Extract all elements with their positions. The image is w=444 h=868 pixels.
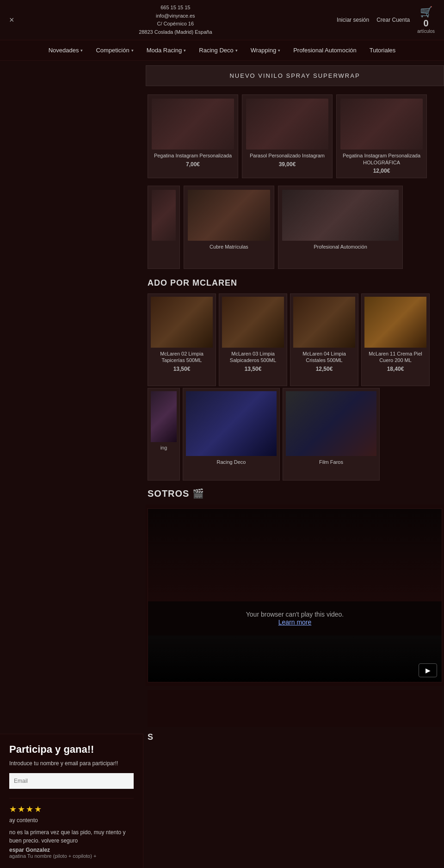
- product-card[interactable]: Profesional Automoción: [278, 186, 403, 269]
- contact-info: 665 15 15 15 info@vinyrace.es C/ Copérni…: [139, 4, 212, 36]
- product-price: 7,00€: [186, 161, 200, 168]
- mclaren-card[interactable]: Racing Deco: [183, 388, 280, 481]
- video-message: Your browser can't play this video.: [246, 611, 344, 618]
- review-product: agatina Tu nombre (piloto + copiloto) +: [9, 853, 134, 859]
- register-link[interactable]: Crear Cuenta: [376, 17, 410, 23]
- product-name: McLaren 04 Limpia Cristales 500ML: [293, 350, 355, 364]
- main-content: NUEVO VINILO SPRAY SUPERWRAP Pegatina In…: [146, 65, 444, 749]
- nav-item-profesional[interactable]: Profesional Automoción: [287, 40, 363, 60]
- newsletter-panel: Participa y gana!! Introduce tu nombre y…: [0, 734, 143, 868]
- video-box: Your browser can't play this video. Lear…: [148, 508, 442, 682]
- chevron-down-icon: ▾: [184, 48, 186, 53]
- nosotros-heading: SOTROS 🎬: [146, 482, 444, 505]
- product-name: Film Faros: [319, 459, 343, 465]
- reviews-banner: [148, 690, 442, 727]
- login-link[interactable]: Iniciar sesión: [337, 17, 369, 23]
- product-name: ing: [160, 445, 167, 450]
- city: 28823 Coslada (Madrid) España: [139, 28, 212, 37]
- top-actions: Iniciar sesión Crear Cuenta 🛒 0 artículo…: [337, 6, 435, 34]
- product-image: [340, 99, 423, 150]
- product-name: McLaren 11 Crema Piel Cuero 200 ML: [364, 350, 426, 364]
- reviews-heading: S: [148, 731, 442, 746]
- mclaren-grid-row2: ing Racing Deco Film Faros: [146, 388, 444, 482]
- product-image: [222, 297, 284, 348]
- newsletter-description: Introduce tu nombre y email para partici…: [9, 759, 134, 768]
- review-stars: ★★★★: [9, 804, 134, 814]
- review-text: no es la primera vez que las pido, muy n…: [9, 826, 134, 847]
- mclaren-card-partial[interactable]: ing: [148, 388, 180, 481]
- product-price: 13,50€: [245, 366, 262, 372]
- product-price: 18,40€: [387, 366, 404, 372]
- cart-count: 0: [424, 18, 429, 29]
- cart-area[interactable]: 🛒 0 artículos: [417, 6, 435, 34]
- product-name: Pegatina Instagram Personalizada HOLOGRÁ…: [340, 152, 423, 166]
- play-button[interactable]: ▶: [419, 663, 437, 677]
- address: C/ Copérnico 16: [139, 20, 212, 28]
- newsletter-title: Participa y gana!!: [9, 743, 134, 756]
- nav-item-racing-deco[interactable]: Racing Deco ▾: [192, 40, 244, 60]
- main-nav: Novedades ▾ Competición ▾ Moda Racing ▾ …: [0, 40, 444, 61]
- product-card[interactable]: Cubre Matrículas: [184, 186, 274, 269]
- top-bar: × 665 15 15 15 info@vinyrace.es C/ Copér…: [0, 0, 444, 40]
- product-name: Pegatina Instagram Personalizada: [154, 152, 232, 159]
- product-price: 39,00€: [279, 161, 296, 168]
- product-price: 12,50€: [316, 366, 333, 372]
- product-name: McLaren 03 Limpia Salpicaderos 500ML: [222, 350, 284, 364]
- mclaren-card[interactable]: Film Faros: [283, 388, 380, 481]
- product-image: [152, 190, 176, 241]
- product-card[interactable]: Parasol Personalizado Instagram 39,00€: [242, 94, 333, 178]
- product-image: [188, 190, 270, 241]
- chevron-down-icon: ▾: [131, 48, 134, 53]
- nav-item-wrapping[interactable]: Wrapping ▾: [244, 40, 287, 60]
- mclaren-grid-row1: McLaren 02 Limpia Tapicerías 500ML 13,50…: [146, 292, 444, 388]
- product-image: [364, 297, 426, 348]
- product-image: [152, 99, 234, 150]
- product-price: 12,00€: [373, 168, 390, 174]
- product-image: [282, 190, 399, 241]
- product-card[interactable]: Pegatina Instagram Personalizada HOLOGRÁ…: [336, 94, 427, 178]
- video-section: Your browser can't play this video. Lear…: [146, 505, 444, 686]
- product-name: Profesional Automoción: [314, 244, 367, 250]
- nav-item-competicion[interactable]: Competición ▾: [89, 40, 140, 60]
- close-button[interactable]: ×: [9, 15, 14, 25]
- product-image: [293, 297, 355, 348]
- product-price: 13,50€: [173, 366, 191, 372]
- product-image: [151, 297, 213, 348]
- chevron-down-icon: ▾: [278, 48, 280, 53]
- product-image: [151, 391, 177, 442]
- promo-banner: NUEVO VINILO SPRAY SUPERWRAP: [146, 65, 444, 86]
- product-image: [186, 391, 277, 456]
- product-card-partial[interactable]: [148, 186, 180, 269]
- nav-item-moda-racing[interactable]: Moda Racing ▾: [140, 40, 193, 60]
- product-name: Racing Deco: [217, 459, 246, 465]
- product-image: [246, 99, 328, 150]
- review-comment-label: ay contento: [9, 814, 134, 826]
- chevron-down-icon: ▾: [80, 48, 83, 53]
- mclaren-card[interactable]: McLaren 04 Limpia Cristales 500ML 12,50€: [290, 293, 358, 386]
- product-name: McLaren 02 Limpia Tapicerías 500ML: [151, 350, 213, 364]
- section-mclaren-heading: ADO POR MCLAREN: [146, 273, 444, 292]
- nav-item-novedades[interactable]: Novedades ▾: [42, 40, 90, 60]
- product-name: Cubre Matrículas: [210, 244, 248, 250]
- mclaren-card[interactable]: McLaren 03 Limpia Salpicaderos 500ML 13,…: [219, 293, 287, 386]
- mclaren-card[interactable]: McLaren 02 Limpia Tapicerías 500ML 13,50…: [148, 293, 216, 386]
- product-image: [286, 391, 376, 456]
- email-input[interactable]: [9, 773, 134, 789]
- product-name: Parasol Personalizado Instagram: [250, 152, 325, 159]
- mclaren-card[interactable]: McLaren 11 Crema Piel Cuero 200 ML 18,40…: [361, 293, 430, 386]
- nav-item-tutoriales[interactable]: Tutoriales: [363, 40, 402, 60]
- phone: 665 15 15 15: [139, 4, 212, 12]
- email: info@vinyrace.es: [139, 12, 212, 20]
- product-card[interactable]: Pegatina Instagram Personalizada 7,00€: [148, 94, 238, 178]
- product-grid-row1: Pegatina Instagram Personalizada 7,00€ P…: [146, 91, 444, 182]
- reviewer-name: espar Gonzalez: [9, 847, 134, 853]
- chevron-down-icon: ▾: [235, 48, 238, 53]
- cart-label: artículos: [417, 29, 435, 34]
- reviews-section: S: [146, 686, 444, 749]
- learn-more-link[interactable]: Learn more: [278, 618, 312, 626]
- product-grid-row2: Cubre Matrículas Profesional Automoción: [146, 182, 444, 273]
